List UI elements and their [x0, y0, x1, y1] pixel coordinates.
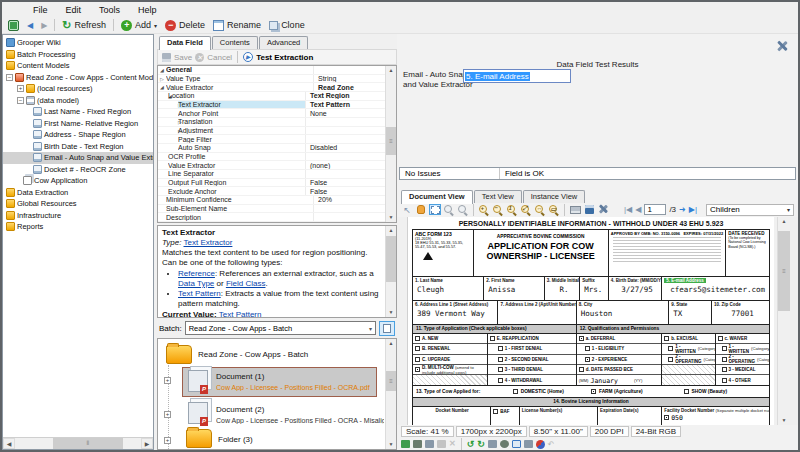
tree-item-data-model[interactable]: −(data model) [3, 95, 153, 107]
text-pattern-link[interactable]: Text Pattern [178, 289, 221, 298]
scroll-thumb[interactable] [386, 236, 396, 282]
expand-icon[interactable]: + [164, 437, 171, 444]
refresh-button[interactable]: ↻Refresh [59, 19, 109, 31]
tree-item-data-extraction[interactable]: Data Extraction [3, 187, 153, 199]
zoom-page-button[interactable]: ▭ [548, 204, 560, 215]
tree-item-reports[interactable]: Reports [3, 221, 153, 233]
scroll-thumb[interactable]: ≡ [386, 371, 396, 391]
collapse-icon[interactable]: − [17, 97, 24, 104]
tree-item-content-model[interactable]: −Read Zone - Cow Apps - Content Model [3, 72, 153, 84]
tree-item-last-name[interactable]: Last Name - Fixed Region [3, 106, 153, 118]
help-type-link[interactable]: Text Extractor [184, 238, 233, 247]
document-viewer[interactable]: PERSONALLY IDENTIFIABLE INFORMATION - WI… [397, 217, 798, 425]
property-row-value-extractor2[interactable]: Value Extractor(none) [158, 161, 385, 170]
zoom-fit-button[interactable]: ⤢ [520, 204, 532, 215]
scroll-right-icon[interactable]: ▶ [141, 438, 153, 449]
property-row-location[interactable]: ◢LocationText Region [158, 92, 385, 101]
color-swap-icon[interactable] [536, 440, 545, 449]
tree-item-address[interactable]: Address - Shape Region [3, 129, 153, 141]
property-row-output-full-region[interactable]: Output Full RegionFalse [158, 179, 385, 188]
property-row-description[interactable]: Description [158, 213, 385, 222]
tab-document-view[interactable]: Document View [401, 190, 473, 204]
reference-link[interactable]: Reference [178, 269, 215, 278]
back-button[interactable]: ◀ [24, 20, 36, 31]
rename-button[interactable]: Rename [210, 19, 264, 32]
scroll-down-icon[interactable]: ▼ [778, 416, 790, 425]
zoom-out-button[interactable]: − [492, 204, 504, 215]
delete-button[interactable]: −Delete [162, 19, 208, 32]
cancel-button[interactable]: ✕Cancel [195, 53, 232, 62]
add-button[interactable]: +Add▾ [118, 19, 160, 32]
magnifier-button[interactable] [457, 204, 469, 215]
open-batch-button[interactable] [379, 321, 395, 336]
pointer-tool-button[interactable]: ↖ [401, 204, 413, 215]
invert-icon[interactable] [500, 440, 509, 448]
scroll-track[interactable]: ⦀ [15, 438, 141, 449]
region-select-tool-button[interactable] [429, 204, 441, 215]
rotate-cw-icon[interactable]: ↻ [477, 440, 485, 448]
property-row-page-filter[interactable]: Page Filter [158, 135, 385, 144]
tree-item-grooper-wiki[interactable]: Grooper Wiki [3, 37, 153, 49]
batch-root-label[interactable]: Read Zone - Cow Apps - Batch [198, 350, 308, 359]
image-adjust-icon[interactable] [413, 440, 422, 448]
children-dropdown[interactable]: Children▾ [706, 204, 794, 216]
tab-data-field[interactable]: Data Field [159, 36, 211, 50]
document-page[interactable]: PERSONALLY IDENTIFIABLE INFORMATION - WI… [407, 217, 774, 425]
scroll-down-icon[interactable]: ▼ [386, 213, 396, 222]
tab-text-view[interactable]: Text View [474, 190, 522, 203]
tree-item-content-models[interactable]: Content Models [3, 60, 153, 72]
zoom-window-button[interactable] [443, 204, 455, 215]
zoom-actual-button[interactable]: 1 [506, 204, 518, 215]
expand-icon[interactable]: + [164, 411, 171, 418]
property-row-general[interactable]: ◢General [158, 66, 385, 75]
zoom-in-button[interactable]: + [478, 204, 490, 215]
prev-page-button[interactable]: ◀ [635, 205, 641, 214]
scroll-down-icon[interactable]: ▼ [386, 440, 396, 449]
scroll-down-icon[interactable]: ▼ [386, 308, 396, 317]
clone-button[interactable]: Clone [266, 19, 308, 31]
help-scrollbar[interactable]: ▲ ▼ [385, 226, 396, 317]
scroll-thumb[interactable]: ⦀ [53, 438, 123, 449]
scroll-up-icon[interactable]: ▲ [386, 339, 396, 348]
menu-help[interactable]: Help [129, 4, 166, 16]
document-scrollbar[interactable]: ▲ ≡ ▼ [777, 217, 790, 425]
tree-horizontal-scrollbar[interactable]: ◀ ⦀ ▶ [3, 437, 153, 449]
last-page-button[interactable]: ▶| [689, 205, 697, 214]
property-row-sub-element-name[interactable]: Sub-Element Name [158, 205, 385, 214]
property-row-auto-snap[interactable]: Auto SnapDisabled [158, 144, 385, 153]
page-number-input[interactable]: 1 [644, 204, 666, 215]
next-page-button[interactable]: ➜ [679, 205, 686, 214]
batch-tree-scrollbar[interactable]: ▲ ≡ ▼ [385, 339, 396, 449]
image-inspect-icon[interactable] [425, 440, 434, 448]
combo-dropdown-icon[interactable]: ▾ [369, 325, 372, 332]
property-row-minimum-confidence[interactable]: Minimum Confidence20% [158, 196, 385, 205]
tree-item-infrastructure[interactable]: Infrastructure [3, 210, 153, 222]
expand-icon[interactable]: + [164, 377, 171, 384]
batch-doc2-title[interactable]: Document (2) [216, 405, 264, 414]
scroll-up-icon[interactable]: ▲ [386, 66, 396, 75]
zoom-width-button[interactable]: ↔ [534, 204, 546, 215]
data-type-link[interactable]: Data Type [178, 279, 214, 288]
flip-icon[interactable] [488, 440, 497, 448]
scroll-up-icon[interactable]: ▲ [386, 226, 396, 235]
property-row-text-extractor[interactable]: ▷Text ExtractorText Pattern [158, 101, 385, 110]
current-value-link[interactable]: Text Pattern [219, 310, 262, 317]
home-button[interactable] [5, 19, 22, 32]
tree-item-local-resources[interactable]: +(local resources) [3, 83, 153, 95]
property-row-value-type[interactable]: ▷Value TypeString [158, 75, 385, 84]
batch-combo[interactable]: Read Zone - Cow Apps - Batch▾ [185, 321, 376, 335]
viewer-settings-button[interactable] [597, 204, 609, 215]
scroll-left-icon[interactable]: ◀ [3, 438, 15, 449]
email-field-highlighted[interactable]: 5. E-mail Addresscfears5@sitemeter.com [662, 277, 769, 300]
tree-item-email-selected[interactable]: Email - Auto Snap and Value Extractor [3, 152, 153, 164]
property-row-adjustment[interactable]: ▷Adjustment [158, 127, 385, 136]
property-grid-scrollbar[interactable]: ▲ ≡ ▼ [385, 66, 396, 222]
tree-item-docket[interactable]: Docket # - ReOCR Zone [3, 164, 153, 176]
field-value-input[interactable]: 5. E-mail Address [463, 69, 571, 83]
save-image-button[interactable] [583, 204, 595, 215]
first-page-button[interactable]: |◀ [624, 205, 632, 214]
rotate-ccw-icon[interactable]: ↺ [467, 440, 475, 448]
property-row-value-extractor[interactable]: ◢Value ExtractorRead Zone [158, 83, 385, 92]
property-row-anchor-point[interactable]: Anchor PointNone [158, 109, 385, 118]
save-button[interactable]: Save [162, 53, 192, 62]
